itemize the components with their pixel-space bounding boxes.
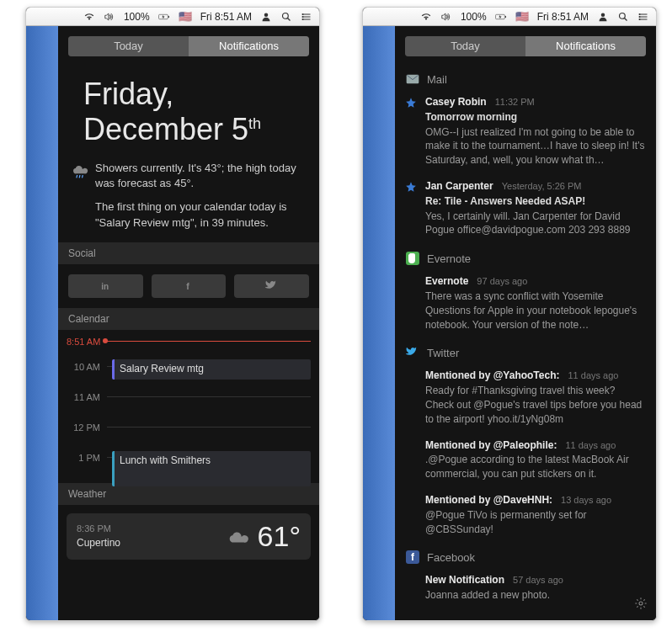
- notification-item[interactable]: Evernote97 days agoThere was a sync conf…: [395, 269, 656, 338]
- notif-subject: Tomorrow morning: [425, 110, 646, 125]
- weather-card[interactable]: 8:36 PM Cupertino 61°: [67, 513, 311, 560]
- battery-percent[interactable]: 100%: [124, 11, 150, 23]
- menubar: 100% 🇺🇸 Fri 8:51 AM: [26, 8, 319, 26]
- settings-gear-icon[interactable]: [634, 597, 648, 613]
- weather-city: Cupertino: [77, 536, 120, 550]
- calendar-now-indicator: 8:51 AM: [67, 337, 311, 347]
- facebook-button[interactable]: f: [152, 274, 227, 298]
- svg-point-3: [283, 13, 289, 19]
- hour-label: 10 AM: [67, 362, 107, 372]
- notif-from: New Notification: [425, 574, 504, 586]
- svg-text:f: f: [186, 281, 189, 291]
- hour-label: 1 PM: [67, 453, 107, 463]
- svg-point-26: [639, 16, 641, 18]
- notif-from: Mentioned by @YahooTech:: [425, 369, 560, 381]
- svg-line-13: [83, 175, 83, 178]
- spotlight-search-icon[interactable]: [617, 12, 629, 22]
- notification-center-icon[interactable]: [301, 12, 312, 22]
- notification-item[interactable]: Mentioned by @DaveHNH:13 days ago@Pogue …: [395, 488, 656, 543]
- notification-item[interactable]: New Notification57 days agoJoanna added …: [395, 568, 656, 609]
- date-month-day: December 5: [83, 112, 248, 146]
- user-icon[interactable]: [597, 12, 609, 22]
- tab-today[interactable]: Today: [68, 36, 189, 56]
- notification-item[interactable]: Mentioned by @Paleophile:11 days ago.@Po…: [395, 433, 656, 488]
- svg-point-25: [639, 13, 641, 15]
- hour-label: 11 AM: [67, 392, 107, 402]
- notif-time: 11:32 PM: [495, 97, 535, 107]
- svg-point-2: [264, 13, 269, 17]
- notif-body: Joanna added a new photo.: [425, 588, 646, 603]
- svg-line-4: [288, 18, 291, 20]
- group-name: Mail: [427, 73, 447, 86]
- notif-body: OMG--I just realized I'm not going to be…: [425, 125, 646, 167]
- calendar-widget[interactable]: 8:51 AM 10 AM 11 AM 12 PM 1 PM Salary Re…: [58, 330, 319, 483]
- svg-line-11: [77, 175, 77, 178]
- notifications-list: MailCasey Robin11:32 PMTomorrow morningO…: [395, 65, 656, 609]
- svg-rect-1: [168, 15, 168, 17]
- calendar-event[interactable]: Lunch with Smithers: [112, 451, 311, 486]
- wifi-icon[interactable]: [83, 12, 95, 22]
- notif-from: Jan Carpenter: [425, 180, 493, 192]
- star-icon: [405, 97, 422, 167]
- svg-rect-18: [504, 15, 505, 17]
- date-suffix: th: [248, 115, 261, 132]
- notif-subject: Re: Tile - Answers Needed ASAP!: [425, 194, 646, 209]
- svg-line-12: [79, 175, 80, 178]
- flag-icon[interactable]: 🇺🇸: [515, 10, 529, 23]
- calendar-summary: The first thing on your calendar today i…: [95, 199, 302, 230]
- now-time: 8:51 AM: [67, 337, 100, 347]
- svg-line-21: [625, 18, 627, 20]
- menubar-clock[interactable]: Fri 8:51 AM: [537, 11, 589, 23]
- twitter-icon: [405, 345, 420, 360]
- facebook-icon: f: [405, 550, 420, 565]
- section-social: Social: [58, 242, 319, 264]
- spotlight-search-icon[interactable]: [280, 12, 292, 22]
- battery-charging-icon[interactable]: [495, 12, 507, 22]
- svg-point-29: [639, 602, 643, 605]
- wifi-icon[interactable]: [420, 12, 432, 22]
- hour-label: 12 PM: [67, 422, 107, 433]
- notif-from: Mentioned by @DaveHNH:: [425, 494, 552, 506]
- notification-group-header: Twitter: [395, 338, 656, 364]
- calendar-event[interactable]: Salary Review mtg: [112, 359, 311, 380]
- mail-icon: [405, 72, 420, 87]
- notif-body: @Pogue TiVo is permanently set for @CBSS…: [425, 508, 646, 537]
- notif-body: There was a sync conflict with Yosemite …: [425, 289, 646, 332]
- tab-notifications[interactable]: Notifications: [189, 36, 309, 56]
- twitter-button[interactable]: [234, 274, 309, 298]
- notification-group-header: Evernote: [395, 244, 656, 269]
- group-name: Twitter: [427, 347, 459, 359]
- notif-body: .@Pogue according to the latest MacBook …: [425, 453, 646, 481]
- user-icon[interactable]: [260, 12, 272, 22]
- notification-group-header: fFacebook: [395, 543, 656, 568]
- notif-from: Mentioned by @Paleophile:: [425, 439, 557, 451]
- battery-charging-icon[interactable]: [158, 12, 170, 22]
- menubar-clock[interactable]: Fri 8:51 AM: [200, 11, 252, 23]
- date-weekday: Friday,: [83, 77, 302, 112]
- notif-from: Evernote: [425, 275, 468, 287]
- svg-point-20: [620, 13, 626, 19]
- flag-icon[interactable]: 🇺🇸: [179, 10, 192, 23]
- notification-item[interactable]: Jan CarpenterYesterday, 5:26 PMRe: Tile …: [395, 174, 656, 244]
- battery-percent[interactable]: 100%: [461, 11, 487, 23]
- evernote-icon: [405, 251, 420, 266]
- group-name: Evernote: [427, 252, 471, 265]
- tab-today[interactable]: Today: [405, 36, 525, 56]
- weather-summary: Showers currently. It's 43°; the high to…: [72, 161, 306, 191]
- star-icon: [405, 181, 422, 237]
- shower-icon: [72, 162, 90, 183]
- notification-item[interactable]: Casey Robin11:32 PMTomorrow morningOMG--…: [395, 90, 656, 174]
- notification-center-icon[interactable]: [637, 12, 649, 22]
- svg-text:in: in: [102, 282, 109, 291]
- cloud-icon: [227, 528, 249, 544]
- volume-icon[interactable]: [440, 12, 452, 22]
- notification-group-header: Mail: [395, 65, 656, 90]
- tab-notifications[interactable]: Notifications: [525, 36, 646, 56]
- notif-body: Yes, I certainly will. Jan Carpenter for…: [425, 210, 646, 238]
- linkedin-button[interactable]: in: [68, 274, 143, 298]
- menubar: 100% 🇺🇸 Fri 8:51 AM: [363, 8, 656, 26]
- notification-item[interactable]: Mentioned by @YahooTech:11 days agoReady…: [395, 364, 656, 433]
- svg-point-27: [639, 19, 641, 20]
- volume-icon[interactable]: [104, 12, 115, 22]
- notification-center-today: 100% 🇺🇸 Fri 8:51 AM Today Notifications …: [25, 7, 320, 621]
